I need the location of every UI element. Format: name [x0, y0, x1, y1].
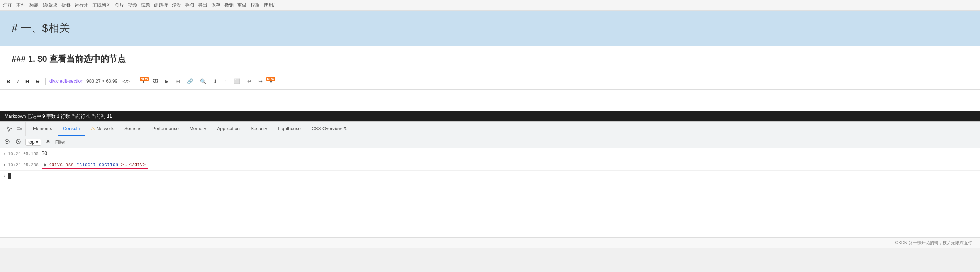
- tab-css-overview-label: CSS Overview: [312, 126, 342, 131]
- tab-memory[interactable]: Memory: [184, 122, 212, 136]
- topbar-item[interactable]: 主线构习: [92, 2, 111, 8]
- template-button[interactable]: ≡ NEW: [268, 78, 275, 85]
- page-footer: CSDN @一棵开花的树，枝芽无限靠近你: [0, 237, 980, 248]
- video-button[interactable]: ▶: [163, 78, 171, 85]
- topbar-item[interactable]: 浸没: [172, 2, 181, 8]
- eye-icon-button[interactable]: 👁: [44, 138, 52, 146]
- dom-ellipsis: …: [125, 162, 128, 168]
- toolbar-divider-2: [136, 78, 136, 85]
- new-badge: NEW: [140, 77, 149, 81]
- topbar-item[interactable]: 标题: [29, 2, 39, 8]
- tab-elements[interactable]: Elements: [27, 122, 58, 136]
- topbar-item[interactable]: 模板: [251, 2, 260, 8]
- top-label: top: [28, 139, 35, 145]
- footer-text: CSDN @一棵开花的树，枝芽无限靠近你: [895, 240, 972, 246]
- element-selector-info[interactable]: div.cledit-section: [49, 78, 83, 84]
- timestamp-1: 10:24:05.195: [8, 151, 39, 156]
- timestamp-2: 10:24:05.208: [8, 163, 39, 167]
- topbar-item[interactable]: 试题: [141, 2, 150, 8]
- topbar-item[interactable]: 折叠: [61, 2, 71, 8]
- svg-line-5: [17, 140, 20, 143]
- expand-arrow-1[interactable]: ›: [3, 151, 6, 156]
- heading-button[interactable]: H: [24, 78, 31, 85]
- console-line-1: › 10:24:05.195 $0: [0, 148, 980, 159]
- console-toolbar: top ▾ 👁: [0, 136, 980, 148]
- inspect-element-icon[interactable]: [5, 125, 13, 133]
- topbar-item[interactable]: 导图: [185, 2, 194, 8]
- clear-console-button[interactable]: [3, 138, 11, 146]
- topbar-item[interactable]: 题/版块: [42, 2, 58, 8]
- dom-close-bracket: >: [121, 162, 124, 168]
- status-text: Markdown 已选中 9 字数 1 行数 当前行 4, 当前列 11: [5, 113, 112, 120]
- dom-closing-tag: </div>: [129, 162, 146, 168]
- topbar-item[interactable]: 导出: [198, 2, 207, 8]
- flask-icon: ⚗: [343, 126, 347, 131]
- toolbar-divider: [45, 78, 46, 85]
- warning-icon: ⚠: [91, 126, 95, 131]
- download-button[interactable]: ⬇: [211, 78, 219, 85]
- tab-sources[interactable]: Sources: [119, 122, 147, 136]
- console-value-1: $0: [42, 151, 47, 156]
- topbar-item[interactable]: 视频: [128, 2, 137, 8]
- table-button[interactable]: ⊞: [174, 78, 182, 85]
- dom-class-value: "cledit-section": [76, 162, 121, 168]
- search-button[interactable]: 🔍: [198, 78, 208, 85]
- tab-lighthouse[interactable]: Lighthouse: [273, 122, 306, 136]
- topbar-item[interactable]: 使用厂: [264, 2, 278, 8]
- tab-console[interactable]: Console: [58, 122, 85, 136]
- topbar-item[interactable]: 本件: [16, 2, 25, 8]
- topbar-item[interactable]: 重做: [237, 2, 247, 8]
- undo-button[interactable]: ↩: [245, 78, 253, 85]
- devtools-tabs-row: Elements Console ⚠ Network Sources Perfo…: [0, 122, 980, 136]
- code-button[interactable]: </>: [120, 78, 132, 85]
- template-new-badge: NEW: [266, 77, 275, 81]
- topbar-item[interactable]: 建链接: [154, 2, 168, 8]
- strikethrough-button[interactable]: S: [34, 78, 41, 85]
- dom-expand-arrow[interactable]: ▶: [44, 162, 47, 168]
- tab-network[interactable]: ⚠ Network: [85, 122, 119, 136]
- topbar-item[interactable]: 运行环: [75, 2, 88, 8]
- main-content: # 一、$相关 ### 1. $0 查看当前选中的节点 B I H S div.…: [0, 11, 980, 111]
- bold-button[interactable]: B: [5, 78, 12, 85]
- device-toolbar-icon[interactable]: [15, 125, 23, 133]
- section-content: ### 1. $0 查看当前选中的节点: [0, 46, 980, 73]
- page-top-bar: 注注 本件 标题 题/版块 折叠 运行环 主线构习 图片 视频 试题 建链接 浸…: [0, 0, 980, 11]
- redo-button[interactable]: ↪: [256, 78, 264, 85]
- devtools-icons-left: [3, 122, 26, 136]
- tab-performance-label: Performance: [152, 126, 179, 131]
- console-input-line: ›: [0, 171, 980, 181]
- dom-open-tag: <div: [49, 162, 60, 168]
- topbar-item[interactable]: 保存: [211, 2, 220, 8]
- element-size-info: 983.27 × 63.99: [86, 78, 117, 84]
- stop-messages-button[interactable]: [14, 138, 22, 146]
- context-selector[interactable]: top ▾: [25, 139, 41, 146]
- editor-toolbar: B I H S div.cledit-section 983.27 × 63.9…: [0, 73, 980, 90]
- tab-application[interactable]: Application: [212, 122, 245, 136]
- tab-security[interactable]: Security: [245, 122, 273, 136]
- link-button[interactable]: 🔗: [185, 78, 195, 85]
- section-title: ### 1. $0 查看当前选中的节点: [12, 53, 968, 65]
- box-button[interactable]: ⬜: [232, 78, 242, 85]
- tab-performance[interactable]: Performance: [147, 122, 184, 136]
- upload-button[interactable]: ⬆ NEW: [140, 78, 148, 85]
- topbar-item[interactable]: 图片: [115, 2, 124, 8]
- tab-css-overview[interactable]: CSS Overview ⚗: [306, 122, 352, 136]
- devtools-panel: Elements Console ⚠ Network Sources Perfo…: [0, 121, 980, 237]
- export-button[interactable]: ↑: [222, 78, 229, 85]
- italic-button[interactable]: I: [15, 78, 20, 85]
- chevron-down-icon: ▾: [36, 139, 38, 145]
- image-button[interactable]: 🖼: [151, 78, 160, 85]
- tab-elements-label: Elements: [33, 126, 52, 131]
- topbar-item[interactable]: 注注: [3, 2, 12, 8]
- dom-class-attr: class=: [60, 162, 76, 168]
- dom-element-output[interactable]: ▶ <div class= "cledit-section" > … </div…: [42, 161, 148, 169]
- tab-lighthouse-label: Lighthouse: [278, 126, 301, 131]
- console-prompt: ›: [3, 173, 6, 178]
- filter-input[interactable]: [55, 139, 977, 145]
- console-cursor: [8, 173, 11, 178]
- tab-console-label: Console: [63, 126, 80, 131]
- topbar-item[interactable]: 撤销: [224, 2, 234, 8]
- tab-application-label: Application: [217, 126, 240, 131]
- expand-arrow-2[interactable]: ‹: [3, 163, 6, 167]
- svg-rect-1: [20, 128, 22, 129]
